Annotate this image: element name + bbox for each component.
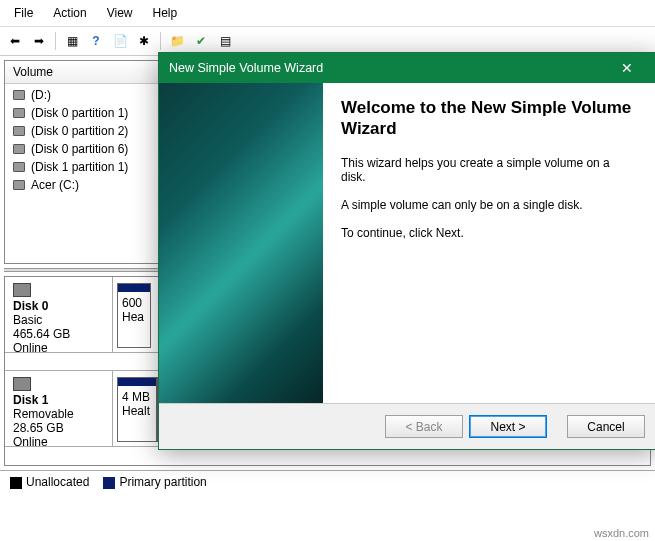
wizard-p3: To continue, click Next.: [341, 226, 637, 240]
wizard-p1: This wizard helps you create a simple vo…: [341, 156, 637, 184]
wizard-titlebar[interactable]: New Simple Volume Wizard ✕: [159, 53, 655, 83]
partition-sub: Hea: [122, 310, 146, 324]
volume-label: (Disk 1 partition 1): [31, 160, 128, 174]
disk-size: 28.65 GB: [13, 421, 64, 435]
watermark: wsxdn.com: [594, 527, 649, 539]
disk-type: Removable: [13, 407, 74, 421]
properties-icon[interactable]: ✱: [133, 30, 155, 52]
wizard-dialog: New Simple Volume Wizard ✕ Welcome to th…: [158, 52, 655, 450]
disk-icon: [13, 283, 31, 297]
partition-size: 600: [122, 296, 146, 310]
partition-bar: [118, 284, 150, 292]
menu-view[interactable]: View: [97, 2, 143, 24]
separator: [55, 32, 56, 50]
legend-unallocated: Unallocated: [10, 475, 89, 489]
disk-status: Online: [13, 435, 48, 449]
menu-help[interactable]: Help: [143, 2, 188, 24]
wizard-sidebar-image: [159, 83, 323, 403]
wizard-content: Welcome to the New Simple Volume Wizard …: [323, 83, 655, 403]
volume-label: (D:): [31, 88, 51, 102]
wizard-buttons: < Back Next > Cancel: [159, 403, 655, 449]
check-icon[interactable]: ✔: [190, 30, 212, 52]
cancel-button[interactable]: Cancel: [567, 415, 645, 438]
list-icon[interactable]: ▤: [214, 30, 236, 52]
menu-file[interactable]: File: [4, 2, 43, 24]
drive-icon: [13, 162, 25, 172]
disk-type: Basic: [13, 313, 42, 327]
legend-primary: Primary partition: [103, 475, 206, 489]
disk-name: Disk 1: [13, 393, 48, 407]
menu-bar: File Action View Help: [0, 0, 655, 27]
volume-label: (Disk 0 partition 1): [31, 106, 128, 120]
next-button[interactable]: Next >: [469, 415, 547, 438]
volume-label: (Disk 0 partition 2): [31, 124, 128, 138]
drive-icon: [13, 180, 25, 190]
wizard-title: New Simple Volume Wizard: [169, 61, 607, 75]
disk-name: Disk 0: [13, 299, 48, 313]
separator: [160, 32, 161, 50]
wizard-p2: A simple volume can only be on a single …: [341, 198, 637, 212]
drive-icon: [13, 144, 25, 154]
close-icon[interactable]: ✕: [607, 60, 647, 76]
drive-icon: [13, 90, 25, 100]
disk-info[interactable]: Disk 0Basic465.64 GBOnline: [5, 277, 113, 352]
forward-icon[interactable]: ➡: [28, 30, 50, 52]
legend: Unallocated Primary partition: [0, 470, 655, 493]
help-icon[interactable]: ?: [85, 30, 107, 52]
partition-bar: [118, 378, 156, 386]
partition-size: 4 MB: [122, 390, 152, 404]
flag-icon[interactable]: 📁: [166, 30, 188, 52]
partition[interactable]: 4 MBHealt: [117, 377, 157, 442]
disk-icon: [13, 377, 31, 391]
grid-icon[interactable]: ▦: [61, 30, 83, 52]
menu-action[interactable]: Action: [43, 2, 96, 24]
volume-label: Acer (C:): [31, 178, 79, 192]
drive-icon: [13, 108, 25, 118]
partition[interactable]: 600Hea: [117, 283, 151, 348]
refresh-icon[interactable]: 📄: [109, 30, 131, 52]
back-icon[interactable]: ⬅: [4, 30, 26, 52]
volume-label: (Disk 0 partition 6): [31, 142, 128, 156]
disk-status: Online: [13, 341, 48, 355]
back-button[interactable]: < Back: [385, 415, 463, 438]
disk-info[interactable]: Disk 1Removable28.65 GBOnline: [5, 371, 113, 446]
disk-size: 465.64 GB: [13, 327, 70, 341]
partition-sub: Healt: [122, 404, 152, 418]
drive-icon: [13, 126, 25, 136]
wizard-heading: Welcome to the New Simple Volume Wizard: [341, 97, 637, 140]
